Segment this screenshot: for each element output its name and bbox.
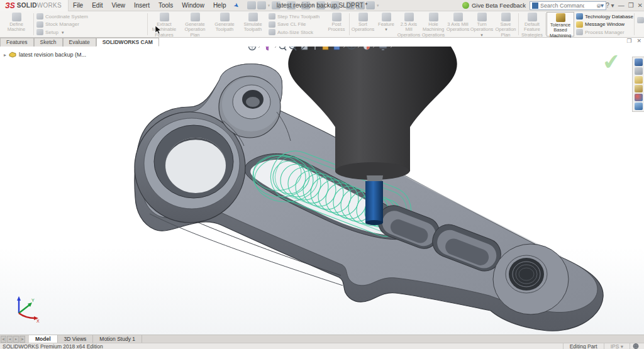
default-feature-strategies-button[interactable]: Default Feature Strategies [519, 12, 545, 36]
caret[interactable] [258, 47, 260, 48]
simulate-toolpath-button[interactable]: Simulate Toolpath [239, 12, 267, 36]
select-icon[interactable] [331, 1, 340, 9]
minimize-button[interactable]: — [618, 2, 625, 9]
step-thru-toolpath-button[interactable]: Step Thru Toolpath [269, 13, 323, 19]
help-menu-icon[interactable]: ? ▾ [606, 2, 614, 9]
next-tab-button[interactable]: ▸ [13, 336, 19, 343]
post-process-button[interactable]: Post Process [325, 12, 348, 36]
appearances-scenes-icon[interactable] [635, 94, 643, 101]
confirmation-check-icon[interactable]: ✔ [601, 48, 621, 75]
last-tab-button[interactable]: |▸ [19, 336, 25, 343]
mill-3-axis-button[interactable]: 3 Axis Mill Operations [446, 12, 470, 36]
setup-flyout-icon[interactable]: ▾ [62, 30, 64, 35]
new-document-icon[interactable] [257, 1, 266, 9]
view-orientation-icon[interactable] [323, 47, 330, 50]
generate-operation-plan-button[interactable]: Generate Operation Plan [180, 12, 210, 36]
setup-button[interactable]: Setup▾ [36, 29, 145, 35]
open-icon[interactable] [272, 1, 280, 9]
close-button[interactable]: ✕ [638, 2, 643, 9]
process-manager-button[interactable]: Process Manager [576, 29, 631, 35]
caret[interactable] [358, 47, 359, 48]
give-beta-feedback[interactable]: Give Beta Feedback [462, 2, 526, 9]
command-manager-ribbon: Define Machine Coordinate System Stock M… [0, 11, 644, 38]
undo-icon[interactable] [316, 1, 325, 9]
sort-operations-button[interactable]: Sort Operations [350, 12, 375, 36]
search-input[interactable] [540, 3, 584, 9]
custom-properties-icon[interactable] [635, 102, 643, 110]
tag-icon[interactable] [630, 343, 641, 349]
save-operation-plan-button[interactable]: Save Operation Plan [494, 12, 518, 36]
attach-icon[interactable] [346, 1, 355, 9]
caret[interactable] [391, 47, 392, 48]
tab-sketch[interactable]: Sketch [34, 38, 63, 47]
menu-window[interactable]: Window [177, 0, 209, 11]
units-selector[interactable]: IPS ▾ [604, 343, 630, 349]
tolerance-based-machining-button[interactable]: Tolerance Based Machining [547, 12, 574, 36]
extract-machinable-features-button[interactable]: Extract Machinable Features [148, 12, 180, 36]
design-library-icon[interactable] [635, 67, 643, 75]
prev-tab-button[interactable]: ◂ [7, 336, 13, 343]
search-commands-box[interactable]: ⌕▾ [530, 1, 606, 10]
menu-tools[interactable]: Tools [154, 0, 177, 11]
solidworks-resources-icon[interactable] [635, 58, 643, 66]
tab-3d-views[interactable]: 3D Views [58, 335, 94, 343]
tab-features[interactable]: Features [0, 38, 34, 47]
view-palette-icon[interactable] [635, 85, 643, 92]
stock-manager-button[interactable]: Stock Manager [36, 21, 145, 28]
first-tab-button[interactable]: ◂| [1, 336, 6, 343]
menu-edit[interactable]: Edit [87, 0, 107, 11]
previous-view-icon[interactable] [290, 47, 297, 50]
model-scene[interactable] [0, 47, 632, 335]
auto-size-stock-icon [269, 29, 275, 35]
feature-tree-root[interactable]: ▸ latest revision backup (M... [4, 52, 86, 58]
zoom-to-fit-icon[interactable] [249, 47, 256, 50]
edit-appearance-icon[interactable] [364, 47, 370, 50]
user-defined-tool-holder-button[interactable]: User Defined Tool/Holder [637, 14, 644, 26]
print-icon[interactable] [301, 1, 310, 9]
mill-25-axis-button[interactable]: 2.5 Axis Mill Operations [397, 12, 421, 36]
sketch-tool-icon[interactable] [313, 47, 318, 50]
grid-icon[interactable] [356, 1, 365, 9]
technology-database-button[interactable]: Technology Database [576, 13, 631, 19]
tab-model[interactable]: Model [29, 335, 58, 343]
caret[interactable] [373, 47, 374, 48]
menu-help[interactable]: Help [209, 0, 231, 11]
hole-machining-button[interactable]: Hole Machining Operations [421, 12, 446, 36]
tab-evaluate[interactable]: Evaluate [63, 38, 96, 47]
save-icon[interactable] [287, 1, 296, 9]
svg-text:Y: Y [31, 298, 35, 302]
define-machine-button[interactable]: Define Machine [0, 12, 33, 36]
graphics-area[interactable]: ▸ latest revision backup (M... [0, 47, 644, 335]
caret[interactable] [343, 47, 345, 48]
tab-solidworks-cam[interactable]: SOLIDWORKS CAM [96, 38, 159, 47]
options-gear-icon[interactable] [366, 1, 375, 9]
mill-3-axis-icon [453, 13, 463, 21]
menu-file[interactable]: File [69, 0, 87, 11]
menu-view[interactable]: View [107, 0, 130, 11]
document-close-icon[interactable]: ✕ [636, 38, 641, 44]
hide-show-items-icon[interactable] [348, 47, 355, 49]
search-scope-icon[interactable] [532, 3, 538, 9]
feature-button[interactable]: Feature▾ [375, 12, 397, 36]
auto-size-stock-button[interactable]: Auto-Size Stock [269, 29, 323, 35]
filter-icon[interactable] [264, 47, 271, 50]
caret[interactable] [275, 47, 276, 48]
document-restore-icon[interactable]: ❐ [626, 38, 631, 44]
tab-motion-study-1[interactable]: Motion Study 1 [93, 335, 142, 343]
user-account-icon[interactable]: ☺ [596, 2, 602, 9]
generate-toolpath-button[interactable]: Generate Toolpath [210, 12, 239, 36]
file-explorer-icon[interactable] [635, 76, 643, 84]
section-view-icon[interactable] [301, 47, 308, 50]
restore-button[interactable]: ❐ [628, 2, 634, 9]
save-cl-file-button[interactable]: Save CL File [269, 21, 323, 28]
menu-insert[interactable]: Insert [130, 0, 154, 11]
pin-menu-icon[interactable]: ➤ [233, 1, 241, 10]
turn-operations-button[interactable]: Turn Operations▾ [470, 12, 494, 36]
message-window-button[interactable]: Message Window [576, 21, 631, 28]
tree-expand-icon[interactable]: ▸ [4, 52, 6, 58]
coordinate-system-button[interactable]: Coordinate System [36, 13, 145, 19]
display-style-icon[interactable] [334, 47, 341, 50]
view-settings-icon[interactable] [379, 47, 387, 50]
home-icon[interactable] [247, 1, 256, 9]
zoom-to-area-icon[interactable] [280, 47, 287, 50]
